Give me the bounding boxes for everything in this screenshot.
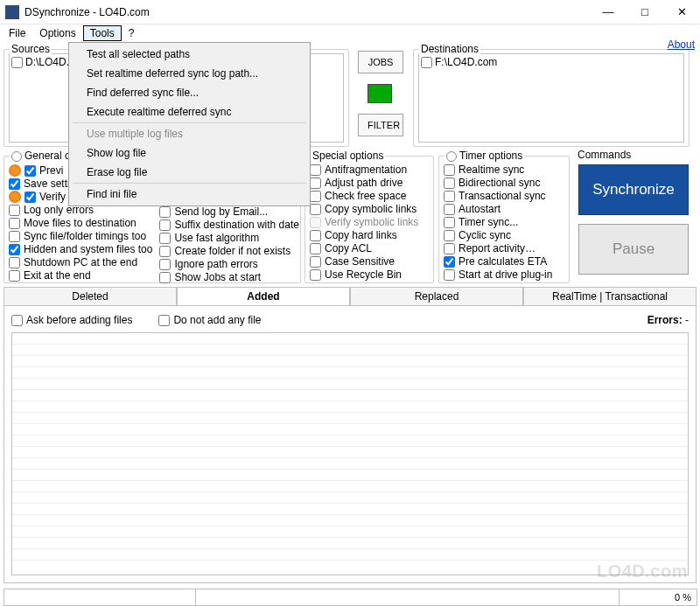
status-percent: 0 % xyxy=(619,589,697,606)
chk-ignore-path[interactable] xyxy=(159,259,171,270)
chk-hidden-system[interactable] xyxy=(9,244,20,255)
chk-copy-sym[interactable] xyxy=(310,204,321,215)
tools-menu-dropdown: Test all selected paths Set realtime def… xyxy=(68,42,311,206)
pause-button[interactable]: Pause xyxy=(578,224,689,275)
menu-exec-deferred[interactable]: Execute realtime deferred sync xyxy=(71,102,308,122)
special-options-label: Special options xyxy=(311,150,385,162)
menu-find-file[interactable]: Find deferred sync file... xyxy=(71,83,308,102)
timer-options-group: Timer options Realtime sync Bidirectiona… xyxy=(438,156,570,283)
chk-send-email[interactable] xyxy=(159,206,171,218)
chk-shutdown[interactable] xyxy=(9,257,20,268)
chk-suffix-date[interactable] xyxy=(159,219,171,231)
chk-cyclic[interactable] xyxy=(444,230,455,241)
chk-create-folder[interactable] xyxy=(159,246,171,257)
log-list[interactable] xyxy=(11,332,689,575)
detail-pane: Ask before adding files Do not add any f… xyxy=(4,305,696,583)
chk-exit-end[interactable] xyxy=(9,270,20,282)
status-seg-1 xyxy=(4,589,196,606)
chk-report[interactable] xyxy=(444,243,455,254)
destinations-label: Destinations xyxy=(419,43,480,55)
menu-multi-log: Use multiple log files xyxy=(71,124,308,143)
menu-tools[interactable]: Tools xyxy=(83,25,122,41)
chk-preview[interactable] xyxy=(24,165,36,177)
about-link[interactable]: About xyxy=(668,38,695,51)
chk-show-jobs[interactable] xyxy=(159,272,171,283)
dest-item-0[interactable]: F:\LO4D.com xyxy=(421,56,682,68)
tab-added[interactable]: Added xyxy=(177,287,350,306)
sources-label: Sources xyxy=(10,43,52,55)
errors-label: Errors: xyxy=(648,314,682,326)
chk-antifrag[interactable] xyxy=(310,164,321,176)
chk-timer-sync[interactable] xyxy=(444,217,455,228)
menu-erase-log[interactable]: Erase log file xyxy=(71,163,308,182)
monitor-icon xyxy=(368,84,392,103)
status-seg-2 xyxy=(195,589,620,606)
chk-case-sens[interactable] xyxy=(310,256,321,268)
menu-show-log[interactable]: Show log file xyxy=(71,143,308,163)
menu-help[interactable]: ? xyxy=(122,25,142,41)
chk-save-exit[interactable] xyxy=(9,178,20,190)
window-title: DSynchronize - LO4D.com xyxy=(24,6,590,18)
disk-icon-2 xyxy=(9,191,21,203)
dest-item-0-label: F:\LO4D.com xyxy=(435,56,497,68)
chk-do-not-add[interactable] xyxy=(158,315,170,326)
menu-file[interactable]: File xyxy=(2,25,32,41)
chk-move-files[interactable] xyxy=(9,218,20,229)
menu-find-ini[interactable]: Find ini file xyxy=(71,185,308,204)
chk-recycle[interactable] xyxy=(310,269,321,281)
tab-deleted[interactable]: Deleted xyxy=(4,287,177,306)
chk-fast-algo[interactable] xyxy=(159,233,171,244)
chk-verify-byte[interactable] xyxy=(24,192,36,203)
chk-precalc[interactable] xyxy=(444,256,455,268)
close-button[interactable]: ✕ xyxy=(663,0,700,24)
disk-icon xyxy=(9,164,21,177)
chk-copy-acl[interactable] xyxy=(310,243,321,254)
titlebar: DSynchronize - LO4D.com ― □ ✕ xyxy=(0,0,700,24)
destinations-group: Destinations F:\LO4D.com xyxy=(413,49,690,147)
watermark: LO4D.com xyxy=(597,561,688,582)
menu-test-paths[interactable]: Test all selected paths xyxy=(71,45,308,64)
tab-replaced[interactable]: Replaced xyxy=(350,287,523,306)
chk-sync-timings[interactable] xyxy=(9,231,20,242)
source-item-0-checkbox[interactable] xyxy=(11,57,23,68)
app-icon xyxy=(5,5,19,19)
statusbar: 0 % xyxy=(4,589,696,606)
menu-set-log-path[interactable]: Set realtime deferred sync log path... xyxy=(71,64,308,83)
chk-trans[interactable] xyxy=(444,191,455,202)
timer-options-label: Timer options xyxy=(444,150,524,162)
chk-realtime[interactable] xyxy=(444,164,455,176)
synchronize-button[interactable]: Synchronize xyxy=(578,164,689,215)
chk-verify-sym xyxy=(310,217,321,228)
menubar: File Options Tools ? xyxy=(0,24,700,42)
chk-check-free[interactable] xyxy=(310,191,321,202)
chk-ask-before[interactable] xyxy=(11,315,23,326)
chk-adjust-path[interactable] xyxy=(310,178,321,189)
filter-button[interactable]: FILTER xyxy=(358,114,403,136)
tabs: Deleted Added Replaced RealTime | Transa… xyxy=(4,287,696,306)
commands-group: Commands Synchronize Pause xyxy=(574,156,690,283)
menu-options[interactable]: Options xyxy=(32,25,82,41)
errors-value: - xyxy=(685,314,689,326)
tab-realtime[interactable]: RealTime | Transactional xyxy=(523,287,696,306)
chk-plugin[interactable] xyxy=(444,269,455,281)
chk-bidir[interactable] xyxy=(444,178,455,189)
destinations-list[interactable]: F:\LO4D.com xyxy=(418,53,684,143)
chk-copy-hard[interactable] xyxy=(310,230,321,241)
special-options-group: Special options Antifragmentation Adjust… xyxy=(304,156,434,283)
source-item-0-label: D:\LO4D. xyxy=(25,56,69,68)
dest-item-0-checkbox[interactable] xyxy=(421,57,432,68)
commands-label: Commands xyxy=(576,149,633,161)
minimize-button[interactable]: ― xyxy=(590,0,626,24)
maximize-button[interactable]: □ xyxy=(626,0,663,24)
chk-autostart[interactable] xyxy=(444,204,455,215)
chk-log-errors[interactable] xyxy=(9,205,20,216)
jobs-button[interactable]: JOBS xyxy=(358,51,403,73)
